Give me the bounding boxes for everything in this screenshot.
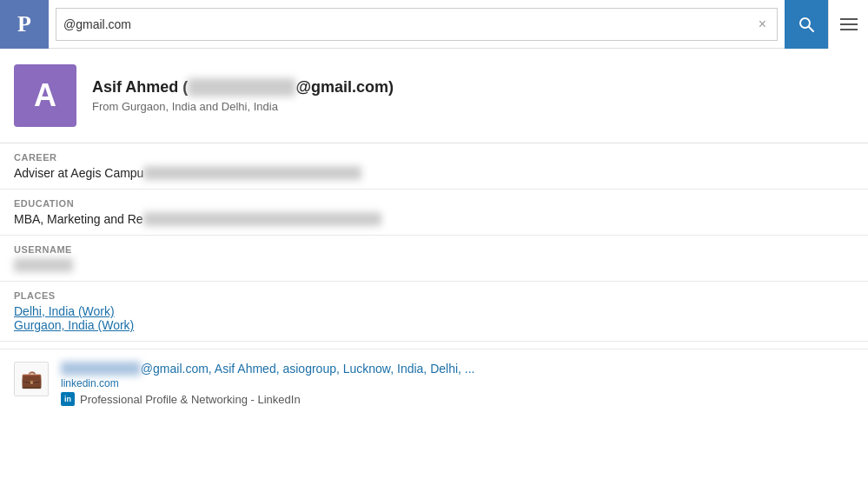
- career-label: CAREER: [14, 152, 854, 163]
- email-suffix: @gmail.com): [295, 78, 394, 96]
- result-meta: in Professional Profile & Networking - L…: [61, 392, 474, 406]
- education-text: MBA, Marketing and Re: [14, 212, 143, 226]
- hamburger-icon: [840, 18, 858, 30]
- profile-section: A Asif Ahmed (asif.ahmed123@gmail.com) F…: [0, 49, 868, 143]
- details-section: CAREER Adviser at Aegis Campus Education…: [0, 143, 868, 342]
- career-value: Adviser at Aegis Campus Education Group …: [14, 166, 854, 180]
- search-input[interactable]: [63, 17, 755, 31]
- career-text: Adviser at Aegis Campu: [14, 166, 143, 180]
- menu-button[interactable]: [828, 0, 868, 49]
- avatar-letter: A: [34, 77, 56, 114]
- result-title-rest: , Asif Ahmed, asiogroup, Lucknow, India,…: [209, 362, 475, 376]
- linkedin-badge: in: [61, 392, 75, 406]
- education-row: EDUCATION MBA, Marketing and Research · …: [0, 190, 868, 236]
- result-description: Professional Profile & Networking - Link…: [80, 393, 301, 406]
- search-button[interactable]: [785, 0, 828, 49]
- username-label: USERNAME: [14, 244, 854, 255]
- username-blurred: asif.ahmed: [14, 258, 73, 272]
- profile-info: Asif Ahmed (asif.ahmed123@gmail.com) Fro…: [92, 78, 394, 113]
- result-email-suffix: @gmail.com: [141, 362, 209, 376]
- result-domain: linkedin.com: [61, 377, 474, 389]
- svg-line-1: [809, 27, 813, 31]
- places-value: Delhi, India (Work) Gurgaon, India (Work…: [14, 304, 854, 332]
- places-label: PLACES: [14, 290, 854, 301]
- education-blurred: search · Amity Business School 2009 - 20…: [143, 212, 381, 226]
- result-content: asif.ahmed123@gmail.com, Asif Ahmed, asi…: [61, 362, 474, 406]
- search-icon: [798, 16, 815, 33]
- profile-location: From Gurgaon, India and Delhi, India: [92, 100, 394, 113]
- place-item-1[interactable]: Delhi, India (Work): [14, 304, 854, 318]
- email-blurred: asif.ahmed123: [188, 78, 295, 96]
- result-title[interactable]: asif.ahmed123@gmail.com, Asif Ahmed, asi…: [61, 362, 474, 376]
- profile-name: Asif Ahmed (asif.ahmed123@gmail.com): [92, 78, 394, 96]
- username-value: asif.ahmed: [14, 258, 854, 272]
- search-bar: ×: [56, 8, 778, 41]
- career-row: CAREER Adviser at Aegis Campus Education…: [0, 143, 868, 190]
- header: P ×: [0, 0, 868, 49]
- name-text: Asif Ahmed (: [92, 78, 188, 96]
- result-email-blurred: asif.ahmed123: [61, 362, 141, 376]
- linkedin-icon: in: [61, 392, 75, 406]
- avatar: A: [14, 64, 76, 127]
- education-value: MBA, Marketing and Research · Amity Busi…: [14, 212, 854, 226]
- career-blurred: s Education Group Pvt Ltd - 2009 - 2011: [143, 166, 361, 180]
- clear-icon[interactable]: ×: [755, 17, 770, 32]
- education-label: EDUCATION: [14, 198, 854, 209]
- logo-letter: P: [17, 11, 31, 37]
- place-item-2[interactable]: Gurgaon, India (Work): [14, 318, 854, 332]
- briefcase-icon: 💼: [21, 369, 43, 389]
- username-row: USERNAME asif.ahmed: [0, 236, 868, 282]
- logo: P: [0, 0, 49, 49]
- places-row: PLACES Delhi, India (Work) Gurgaon, Indi…: [0, 282, 868, 342]
- result-icon-box: 💼: [14, 362, 49, 396]
- result-card: 💼 asif.ahmed123@gmail.com, Asif Ahmed, a…: [0, 349, 868, 418]
